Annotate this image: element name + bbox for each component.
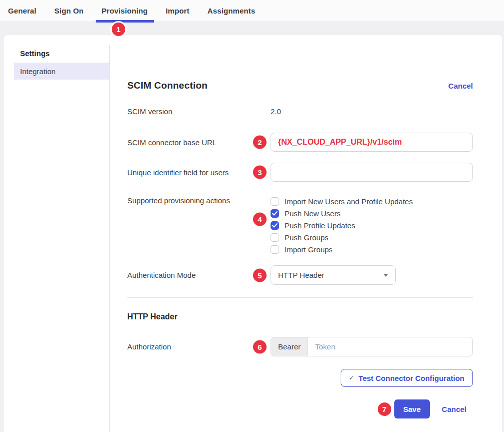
checkbox-push-profile-updates[interactable] bbox=[271, 221, 279, 230]
page-title: SCIM Connection bbox=[127, 80, 448, 91]
sidebar-header: Settings bbox=[20, 49, 109, 58]
authorization-label: Authorization bbox=[127, 342, 271, 351]
authorization-input-group: Bearer bbox=[271, 337, 473, 356]
content-panel: Settings Integration SCIM Connection Can… bbox=[4, 35, 502, 432]
tab-provisioning[interactable]: Provisioning bbox=[102, 0, 148, 22]
action-push-profile-updates[interactable]: Push Profile Updates bbox=[271, 219, 473, 231]
base-url-input[interactable] bbox=[271, 133, 473, 152]
action-label: Push Profile Updates bbox=[285, 221, 355, 230]
action-label: Import New Users and Profile Updates bbox=[285, 197, 413, 206]
save-button[interactable]: Save bbox=[394, 399, 430, 418]
action-label: Push New Users bbox=[285, 209, 341, 218]
checkbox-import-new-users[interactable] bbox=[271, 197, 279, 206]
auth-mode-label: Authentication Mode bbox=[127, 271, 271, 279]
action-import-groups[interactable]: Import Groups bbox=[271, 243, 473, 255]
http-header-section-title: HTTP Header bbox=[127, 312, 177, 321]
checkbox-push-groups[interactable] bbox=[271, 233, 279, 242]
action-push-new-users[interactable]: Push New Users bbox=[271, 207, 473, 219]
tab-general[interactable]: General bbox=[8, 0, 37, 22]
sidebar-item-integration[interactable]: Integration bbox=[14, 63, 109, 80]
sidebar-divider bbox=[109, 45, 110, 432]
step-badge-2: 2 bbox=[253, 136, 267, 149]
action-push-groups[interactable]: Push Groups bbox=[271, 231, 473, 243]
scim-version-label: SCIM version bbox=[127, 107, 271, 116]
chevron-down-icon bbox=[383, 274, 388, 277]
provisioning-actions-label: Supported provisioning actions bbox=[127, 195, 271, 255]
action-import-new-users[interactable]: Import New Users and Profile Updates bbox=[271, 195, 473, 207]
step-badge-6: 6 bbox=[253, 340, 267, 353]
auth-mode-value: HTTP Header bbox=[278, 271, 383, 279]
cancel-link-bottom[interactable]: Cancel bbox=[442, 405, 466, 413]
check-icon: ✓ bbox=[349, 374, 354, 381]
checkbox-push-new-users[interactable] bbox=[271, 209, 279, 218]
action-label: Push Groups bbox=[285, 233, 329, 242]
tab-assignments[interactable]: Assignments bbox=[207, 0, 255, 22]
step-badge-4: 4 bbox=[253, 213, 267, 226]
auth-mode-select[interactable]: HTTP Header bbox=[271, 265, 396, 285]
test-connector-button[interactable]: ✓ Test Connector Configuration bbox=[341, 369, 473, 387]
bearer-prefix: Bearer bbox=[271, 337, 308, 356]
scim-connection-form: SCIM Connection Cancel SCIM version 2.0 … bbox=[127, 35, 473, 432]
step-badge-3: 3 bbox=[253, 166, 267, 179]
unique-id-label: Unique identifier field for users bbox=[127, 168, 271, 177]
step-badge-1: 1 bbox=[112, 23, 125, 36]
action-label: Import Groups bbox=[285, 245, 333, 254]
section-divider bbox=[127, 297, 473, 298]
tab-import[interactable]: Import bbox=[166, 0, 189, 22]
step-badge-5: 5 bbox=[253, 268, 267, 282]
cancel-link-top[interactable]: Cancel bbox=[448, 82, 473, 90]
checkbox-import-groups[interactable] bbox=[271, 245, 279, 254]
app-tabbar: General Sign On Provisioning Import Assi… bbox=[0, 0, 504, 22]
settings-sidebar: Settings Integration bbox=[4, 35, 109, 80]
scim-version-value: 2.0 bbox=[271, 107, 281, 116]
test-connector-label: Test Connector Configuration bbox=[359, 374, 464, 382]
token-input[interactable] bbox=[308, 337, 472, 356]
base-url-label: SCIM connector base URL bbox=[127, 138, 271, 147]
tab-sign-on[interactable]: Sign On bbox=[55, 0, 84, 22]
step-badge-7: 7 bbox=[378, 402, 391, 416]
unique-id-input[interactable] bbox=[271, 163, 473, 182]
